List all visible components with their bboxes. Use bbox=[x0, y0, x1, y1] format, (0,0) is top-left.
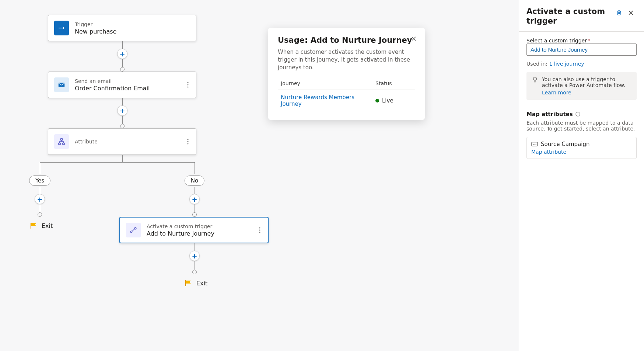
node-more-button[interactable] bbox=[183, 80, 192, 89]
usage-row: Nurture Rewards Members Journey Live bbox=[278, 91, 415, 110]
svg-point-14 bbox=[259, 229, 260, 230]
connector-line bbox=[40, 204, 40, 212]
panel-header: Activate a custom trigger bbox=[519, 0, 644, 32]
exit-marker: Exit bbox=[185, 279, 207, 287]
map-attribute-link[interactable]: Map attribute bbox=[531, 149, 566, 155]
usage-col-journey: Journey bbox=[281, 80, 375, 86]
usage-status-text: Live bbox=[382, 97, 393, 104]
add-step-button[interactable]: + bbox=[35, 194, 45, 204]
svg-point-2 bbox=[187, 82, 188, 83]
map-attributes-title: Map attributes bbox=[526, 111, 637, 118]
callout-text: You can also use a trigger to activate a… bbox=[542, 76, 625, 88]
connector-dot bbox=[38, 212, 42, 217]
svg-rect-5 bbox=[60, 139, 63, 140]
svg-point-10 bbox=[187, 143, 188, 144]
connector-line bbox=[195, 204, 195, 212]
status-indicator-icon bbox=[375, 99, 379, 102]
learn-more-link[interactable]: Learn more bbox=[542, 90, 571, 95]
text-field-icon: Abc bbox=[531, 142, 538, 147]
select-trigger-label: Select a custom trigger* bbox=[526, 38, 637, 44]
connector-dot bbox=[192, 270, 197, 274]
add-step-button[interactable]: + bbox=[189, 194, 200, 204]
node-kind-label: Activate a custom trigger bbox=[147, 223, 214, 229]
exit-label: Exit bbox=[196, 280, 207, 287]
info-callout: You can also use a trigger to activate a… bbox=[526, 72, 637, 100]
branch-icon bbox=[54, 134, 69, 149]
panel-title: Activate a custom trigger bbox=[526, 7, 613, 26]
envelope-icon bbox=[54, 77, 69, 92]
connector-dot bbox=[120, 124, 125, 128]
add-step-button[interactable]: + bbox=[189, 251, 200, 261]
svg-point-8 bbox=[187, 139, 188, 140]
node-title-label: Add to Nurture Journey bbox=[147, 230, 214, 237]
usage-journey-link[interactable]: Nurture Rewards Members Journey bbox=[281, 94, 375, 107]
select-trigger-input[interactable] bbox=[526, 44, 637, 56]
node-send-email[interactable]: Send an email Order Confirmation Email bbox=[48, 72, 196, 98]
connector-line bbox=[195, 162, 195, 174]
connector-line bbox=[40, 162, 40, 174]
svg-point-4 bbox=[187, 86, 188, 87]
node-kind-label: Attribute bbox=[75, 139, 98, 145]
connector-dot bbox=[192, 212, 197, 217]
attribute-name: Source Campaign bbox=[541, 141, 589, 147]
add-step-button[interactable]: + bbox=[117, 49, 127, 59]
usage-popover: Usage: Add to Nurture Journey When a cus… bbox=[268, 28, 425, 120]
properties-panel: Activate a custom trigger Select a custo… bbox=[519, 0, 644, 351]
popover-close-button[interactable] bbox=[409, 34, 419, 44]
svg-point-15 bbox=[259, 232, 260, 233]
svg-point-0 bbox=[59, 28, 60, 29]
svg-point-13 bbox=[259, 227, 260, 228]
svg-rect-6 bbox=[59, 143, 61, 145]
map-attributes-description: Each attribute must be mapped to a data … bbox=[526, 120, 637, 132]
custom-trigger-icon bbox=[126, 223, 141, 237]
svg-point-3 bbox=[187, 84, 188, 85]
divider bbox=[278, 90, 415, 90]
flag-icon bbox=[30, 222, 38, 229]
popover-description: When a customer activates the custom eve… bbox=[278, 48, 415, 72]
info-icon bbox=[575, 111, 581, 117]
connector-line bbox=[122, 155, 123, 162]
node-kind-label: Trigger bbox=[75, 21, 116, 27]
node-activate-custom-trigger[interactable]: Activate a custom trigger Add to Nurture… bbox=[119, 217, 269, 243]
node-title-label: New purchase bbox=[75, 28, 116, 35]
panel-close-button[interactable] bbox=[625, 7, 637, 18]
node-kind-label: Send an email bbox=[75, 78, 150, 84]
node-more-button[interactable] bbox=[183, 137, 192, 146]
node-attribute-branch[interactable]: Attribute bbox=[48, 128, 196, 155]
node-more-button[interactable] bbox=[255, 226, 264, 234]
node-title-label: Order Confirmation Email bbox=[75, 85, 150, 92]
svg-rect-1 bbox=[59, 83, 65, 87]
connector-dot bbox=[120, 67, 125, 72]
add-step-button[interactable]: + bbox=[117, 105, 127, 116]
flag-icon bbox=[185, 279, 193, 287]
exit-label: Exit bbox=[42, 222, 53, 229]
popover-title: Usage: Add to Nurture Journey bbox=[278, 36, 415, 45]
svg-rect-7 bbox=[63, 143, 65, 145]
node-trigger[interactable]: Trigger New purchase bbox=[48, 15, 196, 41]
svg-point-9 bbox=[187, 141, 188, 142]
used-in-text: Used in: 1 live journey bbox=[526, 61, 637, 67]
exit-marker: Exit bbox=[30, 222, 53, 229]
lightbulb-icon bbox=[532, 76, 538, 95]
connector-line bbox=[40, 162, 195, 163]
svg-text:Abc: Abc bbox=[533, 143, 537, 145]
flow-icon bbox=[54, 21, 69, 35]
usage-table: Journey Status Nurture Rewards Members J… bbox=[278, 78, 415, 110]
delete-button[interactable] bbox=[613, 7, 625, 18]
attribute-card[interactable]: Abc Source Campaign Map attribute bbox=[526, 137, 637, 159]
branch-pill-yes[interactable]: Yes bbox=[29, 176, 50, 186]
usage-col-status: Status bbox=[375, 80, 412, 86]
branch-pill-no[interactable]: No bbox=[185, 176, 204, 186]
used-in-link[interactable]: 1 live journey bbox=[549, 61, 584, 67]
